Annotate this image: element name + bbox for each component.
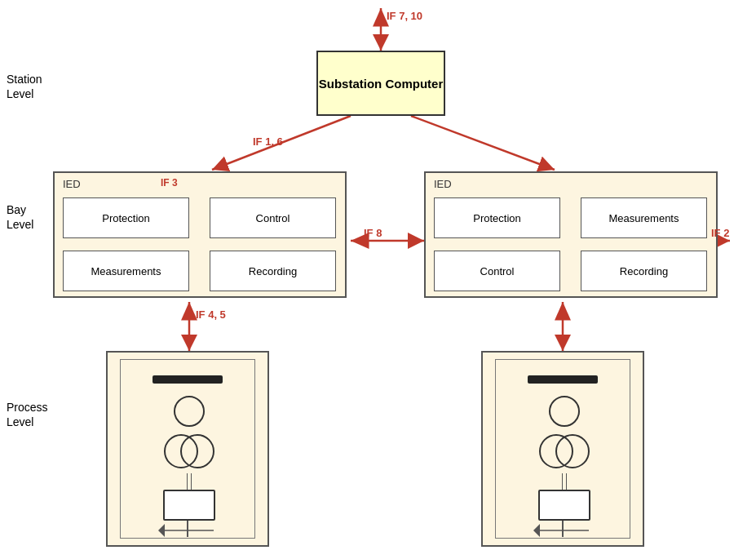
left-ied-label: IED: [63, 178, 81, 190]
svg-point-16: [175, 397, 204, 426]
left-recording-label: Recording: [249, 265, 297, 277]
right-ied-label: IED: [434, 178, 452, 190]
svg-marker-19: [158, 524, 165, 537]
right-transformer-bottom: [528, 430, 601, 472]
left-transformer-top: [158, 395, 220, 428]
right-control-label: Control: [480, 265, 515, 277]
right-measurements-label: Measurements: [609, 212, 679, 224]
right-recording-label: Recording: [620, 265, 668, 277]
substation-computer-label: Substation Computer: [319, 77, 444, 91]
left-control-label: Control: [256, 212, 290, 224]
right-ied-box: IED Protection Measurements Control Reco…: [424, 171, 718, 298]
left-recording-box: Recording: [210, 251, 336, 291]
svg-marker-24: [533, 524, 540, 537]
right-recording-box: Recording: [581, 251, 707, 291]
left-control-box: Control: [210, 197, 336, 238]
station-level-label: StationLevel: [7, 72, 42, 101]
diagram-container: StationLevel BayLevel ProcessLevel IF 7,…: [0, 0, 756, 559]
right-protection-box: Protection: [434, 197, 560, 238]
right-process-arrows: [532, 522, 597, 539]
left-measurements-label: Measurements: [91, 265, 161, 277]
if7-10-label: IF 7, 10: [387, 10, 422, 22]
bay-level-label: BayLevel: [7, 202, 33, 232]
right-protection-label: Protection: [473, 212, 521, 224]
if8-label: IF 8: [364, 227, 382, 239]
left-measurements-box: Measurements: [63, 251, 189, 291]
substation-computer-box: Substation Computer: [316, 51, 445, 116]
if1-6-label: IF 1, 6: [253, 135, 283, 148]
left-protection-box: Protection: [63, 197, 189, 238]
if2-label: IF 2: [711, 227, 729, 239]
right-control-box: Control: [434, 251, 560, 291]
right-measurements-box: Measurements: [581, 197, 707, 238]
process-level-label: ProcessLevel: [7, 400, 48, 429]
svg-point-21: [550, 397, 579, 426]
svg-line-8: [411, 116, 555, 170]
right-transformer-top: [533, 395, 595, 428]
left-process-box: [106, 351, 269, 547]
right-process-box: [481, 351, 644, 547]
left-ied-box: IED IF 3 Protection Control Measurements…: [53, 171, 347, 298]
if3-label: IF 3: [161, 177, 178, 189]
left-protection-label: Protection: [102, 212, 150, 224]
left-transformer-bottom: [153, 430, 226, 472]
left-process-arrows: [157, 522, 222, 539]
if4-5-label: IF 4, 5: [196, 308, 226, 321]
